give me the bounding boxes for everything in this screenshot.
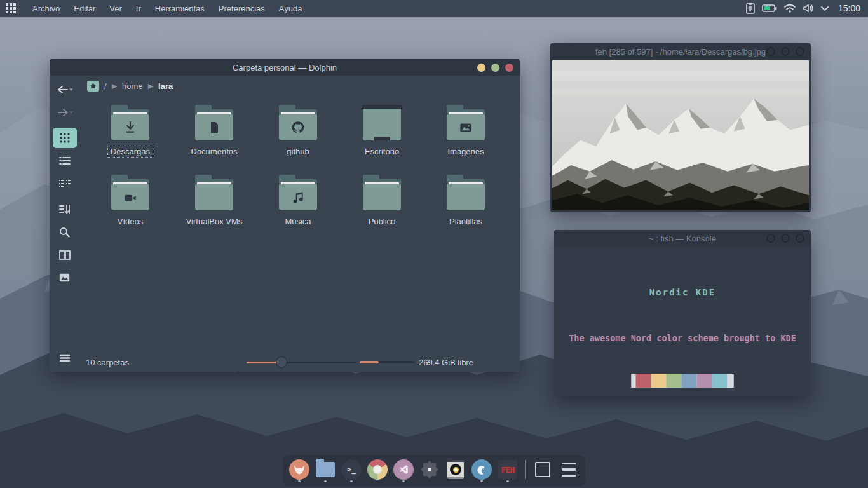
free-space-label: 269.4 GiB libre (419, 358, 473, 367)
close-button[interactable] (796, 234, 804, 243)
dolphin-titlebar[interactable]: Carpeta personal — Dolphin (50, 59, 520, 76)
palette-swatch-green (667, 374, 682, 388)
desktop: Archivo Editar Ver Ir Herramientas Prefe… (0, 0, 868, 488)
dolphin-toolbar-column (50, 76, 79, 372)
folder-document-icon (194, 105, 234, 140)
minimize-button[interactable] (766, 234, 775, 243)
folder-download-icon (110, 105, 151, 140)
icons-view-button[interactable] (53, 128, 77, 148)
folder-musica[interactable]: Música (256, 171, 340, 227)
feh-image-mountains (552, 60, 809, 210)
folder-grid: Descargas Documentos (79, 96, 520, 353)
menu-herramientas[interactable]: Herramientas (149, 1, 210, 16)
preview-button[interactable] (53, 268, 77, 288)
folder-count: 10 carpetas (86, 358, 129, 367)
settings-gear-icon[interactable] (419, 458, 440, 481)
feh-icon[interactable]: FEH (498, 458, 518, 481)
folder-videos[interactable]: Vídeos (88, 171, 172, 227)
folder-plantillas[interactable]: Plantillas (424, 171, 508, 227)
disk-usage-bar (360, 361, 415, 363)
terminal-subtitle: The awesome Nord color scheme brought to… (554, 333, 811, 343)
close-button[interactable] (505, 64, 513, 72)
folder-image-icon (445, 105, 486, 140)
zoom-slider-knob[interactable] (276, 356, 287, 368)
search-button[interactable] (53, 222, 77, 242)
maximize-button[interactable] (491, 64, 499, 72)
dock-menu-icon[interactable] (559, 458, 579, 481)
dock: >_ (283, 455, 585, 487)
folder-music-icon (278, 175, 318, 210)
close-button[interactable] (796, 47, 804, 56)
forward-button[interactable] (53, 102, 77, 123)
details-view-button[interactable] (53, 151, 77, 171)
chevron-down-icon[interactable] (820, 6, 829, 11)
maximize-button[interactable] (781, 47, 790, 56)
menu-preferencias[interactable]: Preferencias (213, 1, 271, 16)
vscode-icon[interactable] (393, 458, 414, 481)
palette-swatch-yellow (651, 374, 667, 388)
terminal-icon[interactable]: >_ (341, 458, 362, 481)
palette-swatch-purple (697, 374, 712, 388)
konsole-window: ~ : fish — Konsole Nordic KDE The awesom… (554, 230, 811, 396)
show-desktop-icon[interactable] (532, 458, 553, 481)
breadcrumb-home[interactable]: home (122, 81, 143, 91)
menu-ir[interactable]: Ir (130, 1, 147, 16)
folder-github[interactable]: github (256, 101, 340, 158)
breadcrumb-chevron-icon: ▶ (148, 82, 153, 90)
clock[interactable]: 15:00 (838, 3, 860, 13)
folder-plain-icon (362, 175, 402, 210)
menu-ver[interactable]: Ver (104, 1, 128, 16)
home-icon[interactable] (87, 81, 99, 92)
folder-label: Descargas (107, 146, 153, 158)
folder-documentos[interactable]: Documentos (172, 101, 256, 158)
app-launcher-button[interactable] (0, 0, 22, 17)
menu-editar[interactable]: Editar (68, 1, 101, 16)
palette-swatch-red (636, 374, 651, 388)
dolphin-title: Carpeta personal — Dolphin (50, 63, 520, 72)
folder-label: Imágenes (444, 146, 487, 158)
clipboard-icon[interactable] (745, 3, 756, 14)
breadcrumb-chevron-icon: ▶ (112, 82, 117, 90)
back-button[interactable] (53, 79, 77, 100)
night-app-icon[interactable] (471, 458, 492, 481)
folder-virtualbox-vms[interactable]: VirtualBox VMs (172, 171, 256, 227)
breadcrumb-user[interactable]: lara (158, 81, 173, 91)
wifi-icon[interactable] (783, 4, 796, 13)
chromium-icon[interactable] (367, 458, 388, 481)
zoom-slider[interactable] (247, 356, 356, 368)
file-manager-icon[interactable] (315, 458, 336, 481)
volume-icon[interactable] (803, 3, 814, 13)
dolphin-window: Carpeta personal — Dolphin (50, 59, 520, 372)
feh-titlebar[interactable]: feh [285 of 597] - /home/lara/Descargas/… (550, 43, 811, 60)
breadcrumb-root[interactable]: / (104, 81, 107, 91)
folder-publico[interactable]: Público (340, 171, 424, 227)
konsole-titlebar[interactable]: ~ : fish — Konsole (554, 230, 811, 247)
dock-separator (525, 460, 526, 479)
folder-label: github (283, 146, 312, 158)
folder-escritorio[interactable]: Escritorio (340, 101, 424, 158)
breadcrumb: / ▶ home ▶ lara (79, 76, 520, 96)
menu-items: Archivo Editar Ver Ir Herramientas Prefe… (27, 1, 308, 16)
folder-label: Documentos (188, 146, 241, 158)
menu-ayuda[interactable]: Ayuda (273, 1, 308, 16)
compact-view-button[interactable] (53, 173, 77, 194)
folder-label: Música (281, 215, 314, 227)
folder-desktop-icon (362, 105, 402, 140)
battery-icon[interactable] (762, 4, 777, 13)
split-view-button[interactable] (53, 245, 77, 265)
folder-video-icon (110, 175, 151, 210)
folder-imagenes[interactable]: Imágenes (424, 101, 508, 158)
maximize-button[interactable] (781, 234, 790, 243)
folder-plain-icon (194, 175, 234, 210)
folder-github-icon (278, 105, 318, 140)
folder-descargas[interactable]: Descargas (88, 101, 172, 158)
minimize-button[interactable] (477, 64, 485, 72)
menu-archivo[interactable]: Archivo (27, 1, 65, 16)
firefox-icon[interactable] (289, 458, 309, 481)
sort-button[interactable] (53, 199, 77, 219)
media-player-icon[interactable] (445, 458, 466, 481)
terminal-content[interactable]: Nordic KDE The awesome Nord color scheme… (554, 247, 811, 396)
minimize-button[interactable] (766, 47, 775, 56)
folder-label: Plantillas (446, 215, 485, 227)
hamburger-menu-icon[interactable] (53, 348, 77, 368)
